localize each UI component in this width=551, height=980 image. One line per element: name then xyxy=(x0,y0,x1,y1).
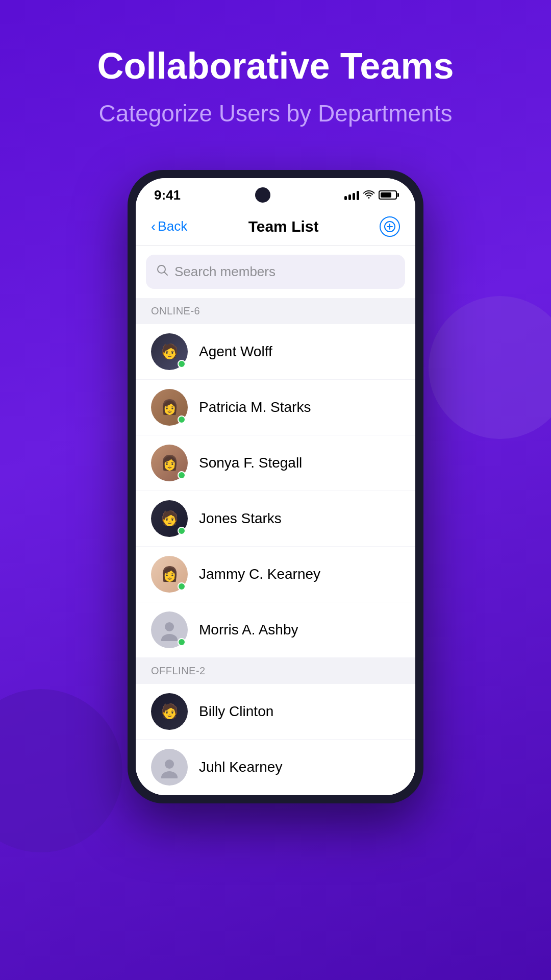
phone-mockup: 9:41 xyxy=(128,170,423,803)
offline-members-list: 🧑 Billy Clinton Juhl Kea xyxy=(136,684,415,795)
member-item[interactable]: 🧑 Jones Starks xyxy=(136,491,415,547)
member-item[interactable]: Juhl Kearney xyxy=(136,740,415,795)
avatar-wrap xyxy=(151,749,188,786)
bg-decoration-1 xyxy=(429,296,551,439)
page-sub-title: Categorize Users by Departments xyxy=(97,99,454,129)
offline-section-label: OFFLINE-2 xyxy=(151,665,206,676)
member-item[interactable]: 🧑 Agent Wolff xyxy=(136,324,415,380)
member-name: Agent Wolff xyxy=(199,344,272,360)
online-status-dot xyxy=(178,360,186,368)
status-bar: 9:41 xyxy=(136,178,415,208)
svg-point-5 xyxy=(165,622,174,631)
avatar-wrap: 🧑 xyxy=(151,693,188,730)
online-status-dot xyxy=(178,582,186,591)
add-button[interactable] xyxy=(380,216,400,237)
nav-title: Team List xyxy=(248,218,319,235)
avatar-wrap: 🧑 xyxy=(151,333,188,370)
wifi-icon xyxy=(363,189,374,201)
search-container: Search members xyxy=(136,246,415,298)
status-icons xyxy=(344,189,397,201)
online-status-dot xyxy=(178,415,186,424)
search-input[interactable]: Search members xyxy=(174,264,276,280)
online-status-dot xyxy=(178,471,186,479)
bg-decoration-2 xyxy=(0,689,122,852)
online-section-label: ONLINE-6 xyxy=(151,305,200,316)
back-label: Back xyxy=(158,218,187,234)
online-section-header: ONLINE-6 xyxy=(136,298,415,324)
online-status-dot xyxy=(178,527,186,535)
plus-circle-icon xyxy=(384,221,395,232)
svg-point-7 xyxy=(165,760,174,769)
member-name: Jones Starks xyxy=(199,510,282,527)
svg-line-4 xyxy=(164,272,167,275)
member-item[interactable]: 👩 Sonya F. Stegall xyxy=(136,435,415,491)
member-name: Juhl Kearney xyxy=(199,759,282,775)
member-item[interactable]: 👩 Jammy C. Kearney xyxy=(136,547,415,602)
member-item[interactable]: Morris A. Ashby xyxy=(136,602,415,658)
member-name: Jammy C. Kearney xyxy=(199,566,320,582)
svg-point-8 xyxy=(161,771,178,778)
member-name: Billy Clinton xyxy=(199,703,273,720)
member-item[interactable]: 🧑 Billy Clinton xyxy=(136,684,415,740)
status-time: 9:41 xyxy=(154,187,181,203)
hero-section: Collaborative Teams Categorize Users by … xyxy=(67,0,485,160)
online-status-dot xyxy=(178,638,186,646)
member-name: Patricia M. Starks xyxy=(199,399,311,415)
back-chevron-icon: ‹ xyxy=(151,218,156,235)
back-button[interactable]: ‹ Back xyxy=(151,218,187,235)
member-name: Morris A. Ashby xyxy=(199,622,298,638)
avatar-wrap: 👩 xyxy=(151,445,188,481)
offline-section-header: OFFLINE-2 xyxy=(136,658,415,684)
avatar-wrap: 👩 xyxy=(151,556,188,593)
search-bar[interactable]: Search members xyxy=(146,255,405,289)
battery-icon xyxy=(379,190,397,200)
page-main-title: Collaborative Teams xyxy=(97,46,454,86)
navigation-bar: ‹ Back Team List xyxy=(136,208,415,246)
avatar: 🧑 xyxy=(151,693,188,730)
search-icon xyxy=(156,264,168,280)
svg-point-6 xyxy=(161,634,178,641)
phone-screen: 9:41 xyxy=(136,178,415,795)
avatar-wrap: 🧑 xyxy=(151,500,188,537)
member-item[interactable]: 👩 Patricia M. Starks xyxy=(136,380,415,435)
member-name: Sonya F. Stegall xyxy=(199,455,302,471)
avatar xyxy=(151,749,188,786)
signal-icon xyxy=(344,190,359,200)
phone-frame: 9:41 xyxy=(128,170,423,803)
camera-notch xyxy=(255,187,270,203)
avatar-wrap: 👩 xyxy=(151,389,188,426)
online-members-list: 🧑 Agent Wolff 👩 Patricia M. Starks xyxy=(136,324,415,658)
avatar-wrap xyxy=(151,611,188,648)
